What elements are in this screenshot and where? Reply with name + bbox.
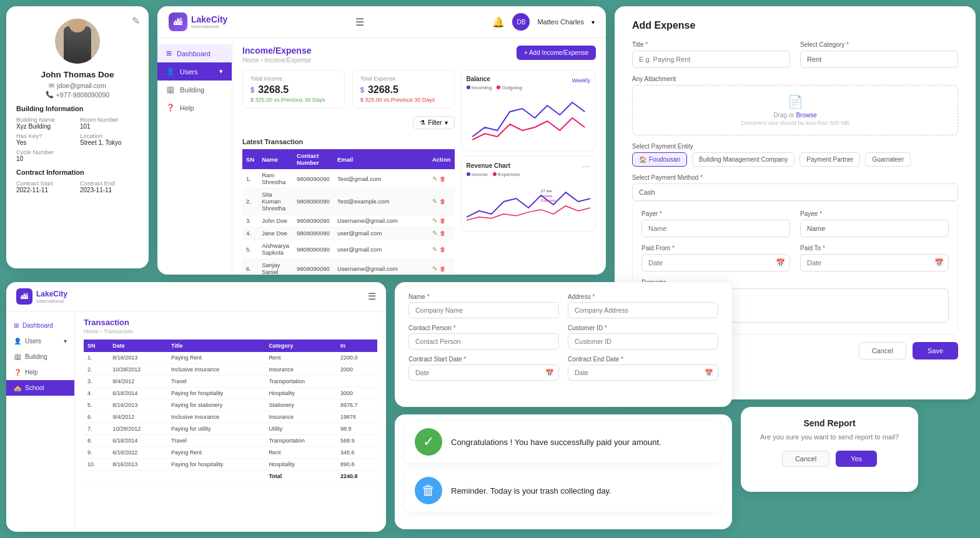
bell-icon[interactable]: 🔔 [492,16,505,28]
trans-col-title: Title [167,340,265,352]
transaction-sidebar: ⊞ Dashboard 👤 Users ▾ 🏢 Building ❓ Help … [6,311,75,529]
filter-button[interactable]: ⚗ Filter ▾ [413,116,454,129]
expense-save-button[interactable]: Save [913,342,958,359]
room-number-value: 101 [80,123,139,130]
send-report-cancel-button[interactable]: Cancel [782,451,829,467]
paid-to-input[interactable] [800,254,949,271]
payee-select[interactable]: Name [800,220,949,237]
username: Matteo Charles [537,18,584,26]
title-input[interactable] [632,51,790,68]
user-avatar: DB [512,13,530,31]
users-chevron-icon: ▾ [219,67,223,76]
delete-row-icon[interactable]: 🗑 [440,265,446,272]
logo-sub: International [191,24,227,29]
contract-start-value: 2022-11-11 [16,187,75,193]
delete-row-icon[interactable]: 🗑 [440,175,446,182]
delete-row-icon[interactable]: 🗑 [440,217,446,224]
delete-row-icon[interactable]: 🗑 [440,198,446,205]
trans-sidebar-users[interactable]: 👤 Users ▾ [6,333,74,349]
send-report-yes-button[interactable]: Yes [836,451,877,467]
total-expense-value: 3268.5 [368,84,398,95]
room-number-label: Room Number [80,116,139,123]
paid-from-input[interactable] [641,254,790,271]
table-row: 1.Ram Shrestha9808090090Test@gmail.com✎🗑 [242,169,455,188]
user-chevron-icon[interactable]: ▾ [591,19,595,26]
reminder-text: Reminder. Today is your trash collecting… [451,486,611,496]
svg-text:27 Jun: 27 Jun [541,189,552,193]
email-icon: ✉ [49,82,54,89]
company-address-input[interactable] [568,302,718,318]
paid-to-label: Paid To * [800,245,949,252]
edit-icon[interactable]: ✎ [132,15,140,27]
trans-sidebar-dashboard[interactable]: ⊞ Dashboard [6,318,74,333]
transaction-table: SN Name Contact Number Email Action 1.Ra… [242,149,455,274]
payer-input[interactable] [641,220,790,237]
weekly-selector[interactable]: Weekly [572,77,590,84]
hamburger-icon[interactable]: ☰ [355,16,364,28]
browse-link[interactable]: Browse [796,112,816,119]
trans-sidebar-help[interactable]: ❓ Help [6,364,74,380]
sidebar-item-building[interactable]: 🏢 Building [157,81,232,99]
sidebar-item-help[interactable]: ❓ Help [157,99,232,117]
company-customerid-input[interactable] [568,333,718,350]
delete-row-icon[interactable]: 🗑 [440,246,446,253]
entity-buttons-row: 🏠 Foudousan Building Management Company … [632,152,958,167]
contract-end-date-input[interactable] [568,364,718,381]
payment-entity-label: Select Payment Entity [632,143,958,150]
trans-col-date: Date [109,340,167,352]
table-row: 2.10/28/2012Inclusive InsuranceInsurance… [84,364,377,376]
add-income-expense-button[interactable]: + Add Income/Expense [517,46,596,60]
company-address-group: Address * [568,293,718,318]
avatar-head [69,19,86,32]
table-row: 5.8/16/2013Paying for stationeryStatione… [84,399,377,411]
contract-start-label: Contract Start [16,180,75,187]
contract-start-date-input[interactable] [408,364,559,381]
contract-info-title: Contract Information [16,169,139,176]
dashboard-card: 🏙 LakeCity International ☰ 🔔 DB Matteo C… [157,6,606,275]
dashboard-main: + Add Income/Expense Income/Expense Home… [232,38,606,274]
edit-row-icon[interactable]: ✎ [432,265,437,272]
notifications-card: ✓ Congratulations ! You have successfull… [395,414,732,529]
edit-row-icon[interactable]: ✎ [432,175,437,182]
category-label: Select Category * [800,41,958,48]
edit-row-icon[interactable]: ✎ [432,198,437,205]
building-name-value: Xyz Building [16,123,75,130]
table-row: 4.6/18/2014Paying for hospitalityHospita… [84,388,377,399]
company-name-input[interactable] [408,302,559,318]
contract-start-date-group: Contract Start Date * 📅 [408,356,559,381]
attachment-label: Any Attachment [632,76,958,82]
logo: 🏙 LakeCity International [169,12,227,31]
col-name: Name [258,149,293,169]
trans-col-sn: SN [84,340,109,352]
trans-users-icon: 👤 [14,338,21,345]
attachment-dropzone[interactable]: 📄 Drag or Browse Document size should be… [632,85,958,135]
phone-icon: 📞 [46,90,54,99]
edit-row-icon[interactable]: ✎ [432,230,437,237]
company-contact-input[interactable] [408,333,559,350]
entity-foudousan[interactable]: 🏠 Foudousan [632,152,687,167]
category-select[interactable]: Rent [800,51,958,68]
edit-row-icon[interactable]: ✎ [432,217,437,224]
trans-hamburger-icon[interactable]: ☰ [368,291,376,302]
trans-sidebar-building[interactable]: 🏢 Building [6,349,74,364]
revenue-more-icon[interactable]: ⋯ [582,162,590,172]
table-row: 6.9/4/2012Inclusive InsuranceInsurance19… [84,411,377,423]
trans-col-in: In [337,340,377,352]
profile-name: John Thomas Doe [16,70,139,79]
sidebar-item-users[interactable]: 👤 Users ▾ [157,62,232,81]
expense-cancel-button[interactable]: Cancel [859,342,906,359]
edit-row-icon[interactable]: ✎ [432,246,437,253]
calendar-icon-end: 📅 [705,369,713,377]
payment-method-select[interactable]: Cash [632,183,958,201]
building-info-grid: Building Name Xyz Building Room Number 1… [16,116,139,162]
location-value: Street 1, Tokyo [80,139,139,146]
entity-guarnateer[interactable]: Guarnateer [865,152,911,167]
trans-sidebar-school[interactable]: 🏫 School [6,380,74,396]
sidebar-item-dashboard[interactable]: ⊞ Dashboard [157,44,232,62]
payee-label: Payee * [800,210,949,217]
table-row: 3.9/4/2012TravelTransportation [84,376,377,388]
company-contact-label: Contact Person * [408,325,559,331]
entity-payment-partner[interactable]: Payment Partner [799,152,860,167]
delete-row-icon[interactable]: 🗑 [440,230,446,237]
entity-building-management[interactable]: Building Management Company [692,152,794,167]
